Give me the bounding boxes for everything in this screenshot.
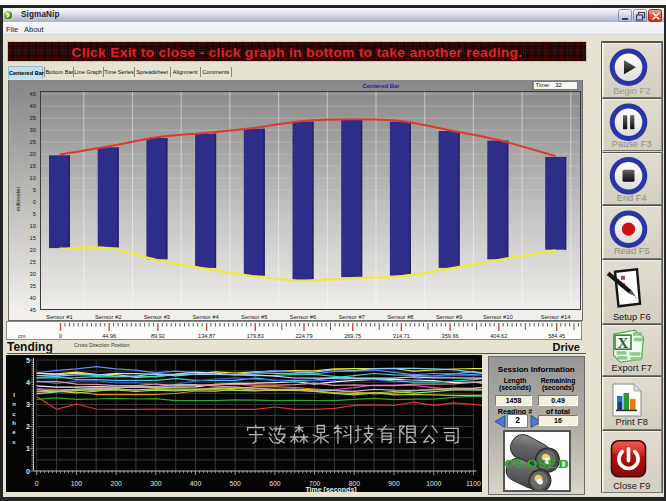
svg-text:X: X xyxy=(618,335,629,351)
